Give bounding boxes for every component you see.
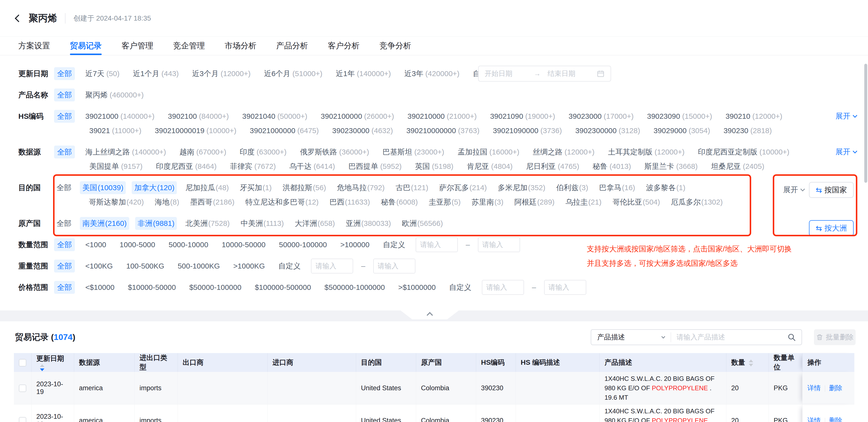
- filter-chip[interactable]: 印度(63000+): [237, 145, 290, 158]
- filter-chip[interactable]: 土耳其定制版(12000+): [605, 145, 687, 158]
- filter-chip[interactable]: 印度尼西亚(8464): [153, 160, 220, 173]
- filter-chip[interactable]: 近1年(140000+): [333, 67, 394, 80]
- filter-chip[interactable]: 古巴(121): [393, 181, 431, 194]
- by-country-button[interactable]: ⇆按国家: [809, 182, 854, 198]
- filter-chip[interactable]: 美国提单(9157): [86, 160, 146, 173]
- filter-chip[interactable]: 美国(10039): [80, 181, 126, 194]
- filter-chip[interactable]: >$1000000: [395, 281, 439, 294]
- filter-chip[interactable]: 北美洲(7528): [183, 217, 232, 230]
- filter-chip[interactable]: 50000-100000: [276, 238, 330, 251]
- filter-chip[interactable]: 近7天(50): [82, 67, 123, 80]
- filter-chip[interactable]: $500000-1000000: [321, 281, 388, 294]
- filter-chip[interactable]: 巴基斯坦(23000+): [379, 145, 447, 158]
- tab[interactable]: 方案设置: [18, 37, 50, 55]
- search-field-select[interactable]: 产品描述: [591, 332, 671, 342]
- filter-chip[interactable]: 近1个月(443): [130, 67, 182, 80]
- filter-chip[interactable]: 全部: [54, 281, 75, 294]
- country-expand-link[interactable]: 展开: [783, 184, 804, 196]
- tab[interactable]: 客户管理: [122, 37, 153, 55]
- filter-chip[interactable]: 秘鲁(6008): [378, 196, 421, 208]
- detail-link[interactable]: 详情: [807, 417, 821, 422]
- filter-chip[interactable]: 全部: [54, 89, 75, 101]
- filter-chip[interactable]: 39021090(19000+): [487, 110, 558, 123]
- filter-chip[interactable]: 印度尼西亚定制版(10000+): [695, 145, 793, 158]
- filter-chip[interactable]: 圭亚那(5): [426, 196, 463, 208]
- filter-chip[interactable]: 全部: [54, 67, 75, 80]
- filter-chip[interactable]: 390230000(4632): [329, 124, 396, 137]
- filter-chip[interactable]: 加拿大(120): [132, 181, 177, 194]
- filter-chip[interactable]: 390210(12000+): [722, 110, 785, 123]
- filter-chip[interactable]: 390210000000(3763): [403, 124, 483, 137]
- filter-chip[interactable]: <100KG: [82, 260, 116, 272]
- filter-chip[interactable]: 秘鲁(4013): [590, 160, 634, 173]
- filter-chip[interactable]: <1000: [82, 238, 109, 251]
- filter-chip[interactable]: 牙买加(1): [237, 181, 274, 194]
- filter-chip[interactable]: 墨西哥(2186): [188, 196, 237, 208]
- filter-chip[interactable]: 肯尼亚(4804): [464, 160, 516, 173]
- filter-chip[interactable]: 聚丙烯(460000+): [82, 89, 147, 101]
- tab[interactable]: 客户分析: [328, 37, 360, 55]
- filter-chip[interactable]: 390210000(21000+): [404, 110, 479, 123]
- filter-chip[interactable]: 中美洲(1113): [238, 217, 286, 230]
- filter-chip[interactable]: 尼加拉瓜(48): [183, 181, 231, 194]
- filter-chip[interactable]: 俄罗斯铁路(36000+): [297, 145, 372, 158]
- filter-chip[interactable]: 萨尔瓦多(214): [437, 181, 489, 194]
- collapse-filter-tab[interactable]: [401, 311, 459, 319]
- price-min-input[interactable]: [482, 280, 524, 295]
- filter-chip[interactable]: 全部: [54, 110, 75, 123]
- filter-chip[interactable]: 100-500KG: [123, 260, 167, 272]
- filter-chip[interactable]: 全部: [54, 217, 74, 230]
- filter-chip[interactable]: 危地马拉(792): [335, 181, 387, 194]
- weight-min-input[interactable]: [311, 259, 353, 273]
- filter-chip[interactable]: 全部: [54, 238, 75, 251]
- sort-icon[interactable]: [749, 359, 753, 366]
- back-icon[interactable]: [14, 14, 22, 22]
- filter-chip[interactable]: 39021(11000+): [86, 124, 144, 137]
- filter-chip[interactable]: 3902100000(26000+): [318, 110, 397, 123]
- filter-chip[interactable]: 洪都拉斯(56): [280, 181, 328, 194]
- filter-chip[interactable]: >100000: [337, 238, 372, 251]
- expand-link[interactable]: 展开: [836, 147, 857, 157]
- filter-chip[interactable]: 自定义: [446, 281, 474, 294]
- filter-chip[interactable]: 39029000(3054): [651, 124, 713, 137]
- delete-link[interactable]: 删除: [829, 417, 842, 422]
- filter-chip[interactable]: $10000-50000: [125, 281, 179, 294]
- filter-chip[interactable]: 10000-50000: [219, 238, 269, 251]
- filter-chip[interactable]: $100000-500000: [252, 281, 314, 294]
- filter-chip[interactable]: 自定义: [275, 260, 304, 272]
- filter-chip[interactable]: 海地(8): [152, 196, 182, 208]
- filter-chip[interactable]: 全部: [54, 260, 75, 272]
- filter-chip[interactable]: 乌拉圭(21): [563, 196, 604, 208]
- filter-chip[interactable]: 全部: [54, 145, 75, 158]
- qty-min-input[interactable]: [416, 237, 458, 252]
- filter-chip[interactable]: 厄瓜多尔(1302): [669, 196, 725, 208]
- filter-chip[interactable]: 近3个月(12000+): [189, 67, 254, 80]
- filter-chip[interactable]: 390230(2818): [720, 124, 775, 137]
- filter-chip[interactable]: 500-1000KG: [175, 260, 223, 272]
- filter-chip[interactable]: 39023000(17000+): [566, 110, 637, 123]
- filter-chip[interactable]: 1000-5000: [117, 238, 158, 251]
- filter-chip[interactable]: 巴拿马(16): [597, 181, 638, 194]
- filter-chip[interactable]: 欧洲(56566): [400, 217, 445, 230]
- by-continent-button[interactable]: ⇆按大洲: [809, 220, 854, 236]
- filter-chip[interactable]: >1000KG: [230, 260, 268, 272]
- qty-max-input[interactable]: [478, 237, 520, 252]
- filter-chip[interactable]: 5000-10000: [166, 238, 211, 251]
- filter-chip[interactable]: 近6个月(51000+): [261, 67, 326, 80]
- weight-max-input[interactable]: [373, 259, 415, 273]
- filter-chip[interactable]: 39023090(15000+): [644, 110, 715, 123]
- filter-chip[interactable]: $50000-100000: [186, 281, 244, 294]
- filter-chip[interactable]: 3902100(84000+): [165, 110, 232, 123]
- tab[interactable]: 竞争分析: [379, 37, 411, 55]
- filter-chip[interactable]: 伯利兹(3): [554, 181, 591, 194]
- filter-chip[interactable]: 多米尼加(352): [495, 181, 548, 194]
- search-input[interactable]: [671, 333, 787, 341]
- filter-chip[interactable]: 海上丝绸之路(140000+): [82, 145, 169, 158]
- filter-chip[interactable]: 南美洲(2160): [80, 217, 129, 230]
- filter-chip[interactable]: 哥斯达黎加(420): [86, 196, 146, 208]
- filter-chip[interactable]: 39021090000(3736): [490, 124, 565, 137]
- filter-chip[interactable]: 特立尼达和多巴哥(12): [243, 196, 321, 208]
- filter-chip[interactable]: 巴西提单(5952): [345, 160, 405, 173]
- filter-chip[interactable]: 亚洲(380033): [343, 217, 393, 230]
- tab[interactable]: 产品分析: [276, 37, 308, 55]
